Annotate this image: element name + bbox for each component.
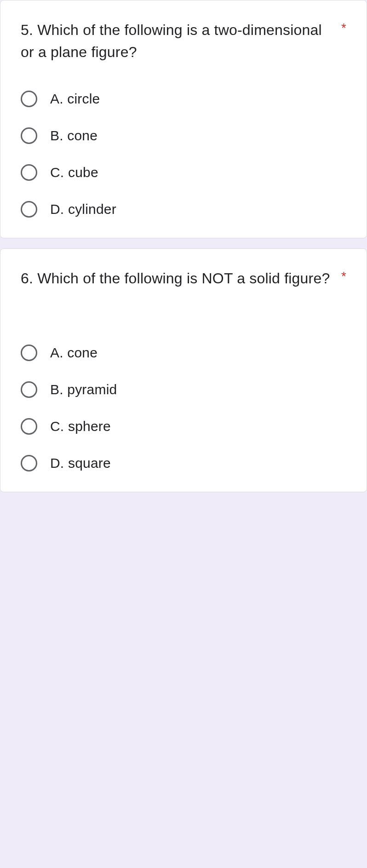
- question-card-6: 6. Which of the following is NOT a solid…: [0, 248, 367, 492]
- question-header: 5. Which of the following is a two-dimen…: [21, 19, 346, 63]
- radio-icon: [21, 418, 37, 435]
- radio-icon: [21, 164, 37, 181]
- option-d[interactable]: D. square: [21, 455, 346, 471]
- options-list: A. cone B. pyramid C. sphere D. square: [21, 345, 346, 471]
- required-asterisk: *: [341, 267, 346, 285]
- option-d[interactable]: D. cylinder: [21, 201, 346, 218]
- question-text: 6. Which of the following is NOT a solid…: [21, 267, 341, 289]
- option-c[interactable]: C. cube: [21, 164, 346, 181]
- option-label: B. cone: [50, 128, 97, 144]
- option-label: B. pyramid: [50, 382, 117, 397]
- option-label: D. square: [50, 455, 111, 471]
- option-label: A. circle: [50, 91, 100, 107]
- radio-icon: [21, 381, 37, 398]
- radio-icon: [21, 201, 37, 218]
- option-b[interactable]: B. pyramid: [21, 381, 346, 398]
- options-list: A. circle B. cone C. cube D. cylinder: [21, 91, 346, 218]
- radio-icon: [21, 455, 37, 471]
- radio-icon: [21, 345, 37, 361]
- question-text: 5. Which of the following is a two-dimen…: [21, 19, 341, 63]
- option-label: A. cone: [50, 345, 97, 361]
- question-header: 6. Which of the following is NOT a solid…: [21, 267, 346, 289]
- option-label: C. sphere: [50, 419, 111, 434]
- radio-icon: [21, 127, 37, 144]
- radio-icon: [21, 91, 37, 107]
- option-a[interactable]: A. cone: [21, 345, 346, 361]
- required-asterisk: *: [341, 19, 346, 37]
- option-a[interactable]: A. circle: [21, 91, 346, 107]
- option-label: D. cylinder: [50, 201, 116, 217]
- spacer: [21, 289, 346, 345]
- option-label: C. cube: [50, 165, 98, 180]
- option-b[interactable]: B. cone: [21, 127, 346, 144]
- question-card-5: 5. Which of the following is a two-dimen…: [0, 0, 367, 238]
- option-c[interactable]: C. sphere: [21, 418, 346, 435]
